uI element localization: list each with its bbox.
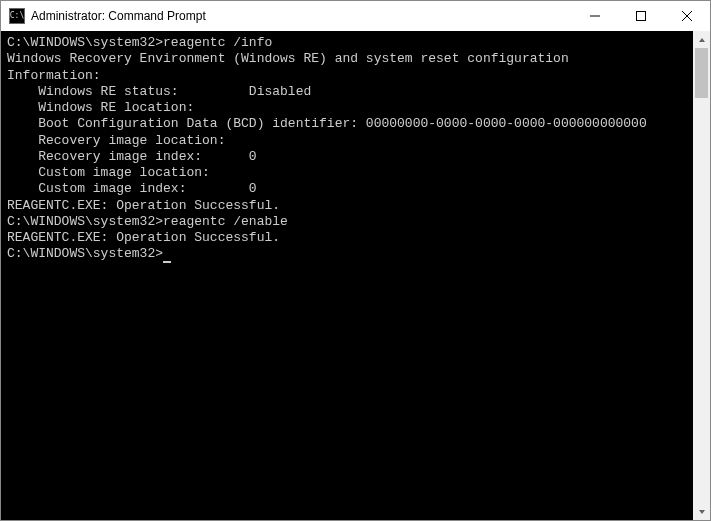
terminal-line: Windows Recovery Environment (Windows RE… <box>7 51 687 67</box>
svg-marker-4 <box>699 38 705 42</box>
terminal-line: Recovery image index: 0 <box>7 149 687 165</box>
scrollbar-track[interactable] <box>693 48 710 503</box>
terminal-output[interactable]: C:\WINDOWS\system32>reagentc /infoWindow… <box>1 31 693 520</box>
window-title: Administrator: Command Prompt <box>31 9 572 23</box>
maximize-button[interactable] <box>618 1 664 31</box>
terminal-line: Information: <box>7 68 687 84</box>
svg-rect-1 <box>637 12 646 21</box>
chevron-down-icon <box>698 508 706 516</box>
cursor <box>163 261 171 263</box>
prompt-text: C:\WINDOWS\system32> <box>7 246 163 261</box>
minimize-button[interactable] <box>572 1 618 31</box>
cmd-icon: C:\ <box>9 8 25 24</box>
chevron-up-icon <box>698 36 706 44</box>
command-text: reagentc /enable <box>163 214 288 229</box>
command-text: reagentc /info <box>163 35 272 50</box>
command-prompt-window: C:\ Administrator: Command Prompt C:\WIN… <box>0 0 711 521</box>
scrollbar-down-button[interactable] <box>693 503 710 520</box>
close-icon <box>682 11 692 21</box>
terminal-line: REAGENTC.EXE: Operation Successful. <box>7 230 687 246</box>
titlebar[interactable]: C:\ Administrator: Command Prompt <box>1 1 710 31</box>
terminal-line: Custom image location: <box>7 165 687 181</box>
prompt-text: C:\WINDOWS\system32> <box>7 214 163 229</box>
vertical-scrollbar[interactable] <box>693 31 710 520</box>
maximize-icon <box>636 11 646 21</box>
prompt-text: C:\WINDOWS\system32> <box>7 35 163 50</box>
minimize-icon <box>590 11 600 21</box>
terminal-line: Custom image index: 0 <box>7 181 687 197</box>
scrollbar-up-button[interactable] <box>693 31 710 48</box>
terminal-line: C:\WINDOWS\system32>reagentc /enable <box>7 214 687 230</box>
window-controls <box>572 1 710 31</box>
terminal-line: REAGENTC.EXE: Operation Successful. <box>7 198 687 214</box>
terminal-line: Windows RE status: Disabled <box>7 84 687 100</box>
content-area: C:\WINDOWS\system32>reagentc /infoWindow… <box>1 31 710 520</box>
close-button[interactable] <box>664 1 710 31</box>
svg-marker-5 <box>699 510 705 514</box>
terminal-line: Recovery image location: <box>7 133 687 149</box>
terminal-line: Windows RE location: <box>7 100 687 116</box>
terminal-line: C:\WINDOWS\system32>reagentc /info <box>7 35 687 51</box>
scrollbar-thumb[interactable] <box>695 48 708 98</box>
terminal-line: C:\WINDOWS\system32> <box>7 246 687 262</box>
terminal-line: Boot Configuration Data (BCD) identifier… <box>7 116 687 132</box>
